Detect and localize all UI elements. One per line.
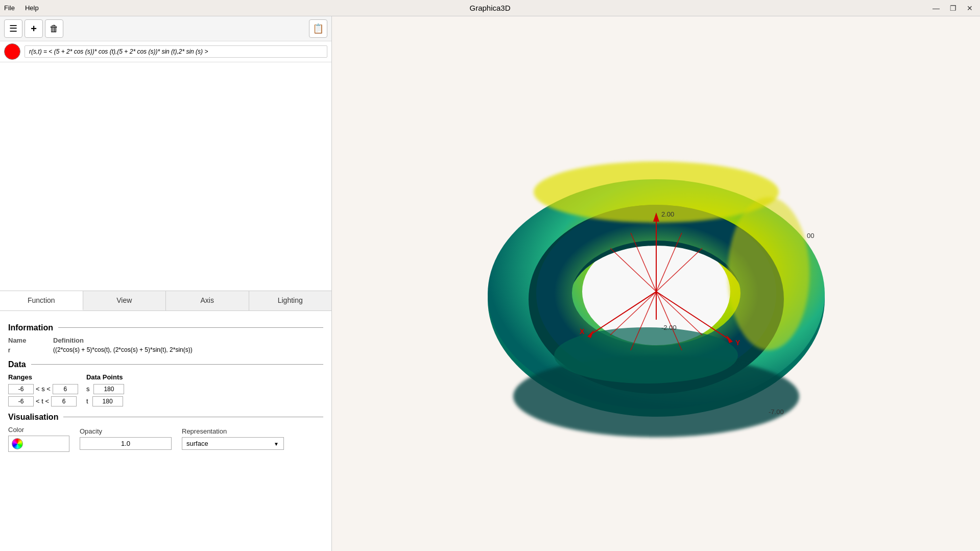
t-dp-label: t xyxy=(86,397,88,405)
ranges-col: < s < < t < xyxy=(8,384,78,406)
x-axis-label: X xyxy=(580,327,585,336)
representation-select[interactable]: surface wireframe points xyxy=(182,437,284,450)
t-dp-row: t xyxy=(86,396,125,406)
toolbar: ☰ + 🗑 📋 xyxy=(0,16,331,41)
name-label: Name xyxy=(8,337,49,344)
screenshot-icon: 📋 xyxy=(313,23,324,34)
torus-container: 2.00 -2.00 X Y 00 -7.00 xyxy=(332,16,980,551)
representation-select-wrap: surface wireframe points xyxy=(182,437,284,450)
definition-value: ((2*cos(s) + 5)*cos(t), (2*cos(s) + 5)*s… xyxy=(53,346,323,354)
data-points-col: s t xyxy=(86,384,125,406)
data-section-divider xyxy=(31,364,323,365)
opacity-input[interactable] xyxy=(80,437,172,450)
definition-label: Definition xyxy=(53,337,323,344)
vis-section-header: Visualisation xyxy=(8,413,323,422)
tab-bar: Function View Axis Lighting xyxy=(0,291,331,311)
s-dp-row: s xyxy=(86,384,125,394)
close-button[interactable]: ✕ xyxy=(964,3,976,13)
app-title: Graphica3D xyxy=(469,4,510,12)
color-label: Color xyxy=(8,426,69,434)
s-max-input[interactable] xyxy=(53,384,78,394)
torus-right-highlight xyxy=(728,197,809,350)
tab-view[interactable]: View xyxy=(83,291,166,310)
t-range-row: < t < xyxy=(8,396,78,406)
function-color-indicator[interactable] xyxy=(4,43,20,60)
data-points-label: Data Points xyxy=(86,373,125,381)
viewport-panel: 2.00 -2.00 X Y 00 -7.00 xyxy=(332,16,980,551)
data-section-header: Data xyxy=(8,360,323,369)
name-value: r xyxy=(8,346,49,354)
add-button[interactable]: + xyxy=(25,19,43,38)
y-axis-label: Y xyxy=(735,339,740,347)
information-title: Information xyxy=(8,323,53,332)
s-range-row: < s < xyxy=(8,384,78,394)
t-dp-input[interactable] xyxy=(92,396,123,406)
vis-section-divider xyxy=(63,417,323,417)
info-panel: Information Name Definition r ((2*cos(s)… xyxy=(0,311,331,552)
ranges-label: Ranges xyxy=(8,373,78,381)
opacity-col: Opacity xyxy=(80,427,172,450)
z-pos-label: 2.00 xyxy=(661,210,674,218)
tab-lighting[interactable]: Lighting xyxy=(249,291,332,310)
right-edge-label: 00 xyxy=(807,232,814,239)
tab-axis[interactable]: Axis xyxy=(166,291,249,310)
menu-bar: File Help xyxy=(4,4,39,12)
left-panel: ☰ + 🗑 📋 Function View Axis Lighting xyxy=(0,16,332,551)
titlebar: File Help Graphica3D — ❐ ✕ xyxy=(0,0,980,16)
function-row xyxy=(0,41,331,62)
help-menu[interactable]: Help xyxy=(25,4,39,12)
function-input[interactable] xyxy=(25,45,327,58)
maximize-button[interactable]: ❐ xyxy=(947,3,960,13)
add-icon: + xyxy=(31,23,37,35)
torus-inner-shadow xyxy=(554,327,738,384)
vis-controls-row: Color Opacity Representation surface wir… xyxy=(8,426,323,452)
graph-list-area xyxy=(0,62,331,291)
file-menu[interactable]: File xyxy=(4,4,15,12)
s-label: < s < xyxy=(36,385,51,393)
opacity-label: Opacity xyxy=(80,427,172,435)
t-max-input[interactable] xyxy=(51,396,77,406)
delete-icon: 🗑 xyxy=(50,23,59,34)
information-section-header: Information xyxy=(8,323,323,332)
color-col: Color xyxy=(8,426,69,452)
screenshot-button[interactable]: 📋 xyxy=(309,19,327,38)
torus-svg: 2.00 -2.00 X Y 00 -7.00 xyxy=(452,80,861,488)
delete-button[interactable]: 🗑 xyxy=(45,19,63,38)
s-min-input[interactable] xyxy=(8,384,34,394)
info-grid: Name Definition r ((2*cos(s) + 5)*cos(t)… xyxy=(8,337,323,354)
color-wheel-icon xyxy=(12,438,23,449)
color-picker-button[interactable] xyxy=(8,436,69,452)
s-dp-input[interactable] xyxy=(93,384,124,394)
vis-title: Visualisation xyxy=(8,413,58,422)
tab-function[interactable]: Function xyxy=(0,291,83,310)
z-neg-label: -2.00 xyxy=(661,324,677,331)
s-dp-label: s xyxy=(86,385,90,393)
data-points-group: Data Points s t xyxy=(86,373,125,406)
hamburger-icon: ☰ xyxy=(9,23,17,34)
data-title: Data xyxy=(8,360,26,369)
ranges-row: Ranges < s < < t < Data Points xyxy=(8,373,323,406)
ranges-group: Ranges < s < < t < xyxy=(8,373,78,406)
hamburger-button[interactable]: ☰ xyxy=(4,19,22,38)
representation-col: Representation surface wireframe points xyxy=(182,427,284,450)
window-controls: — ❐ ✕ xyxy=(929,3,976,13)
t-min-input[interactable] xyxy=(8,396,34,406)
minimize-button[interactable]: — xyxy=(929,3,943,13)
t-label: < t < xyxy=(36,397,49,405)
section-divider xyxy=(58,327,323,328)
representation-label: Representation xyxy=(182,427,284,435)
bottom-right-label: -7.00 xyxy=(769,408,784,416)
